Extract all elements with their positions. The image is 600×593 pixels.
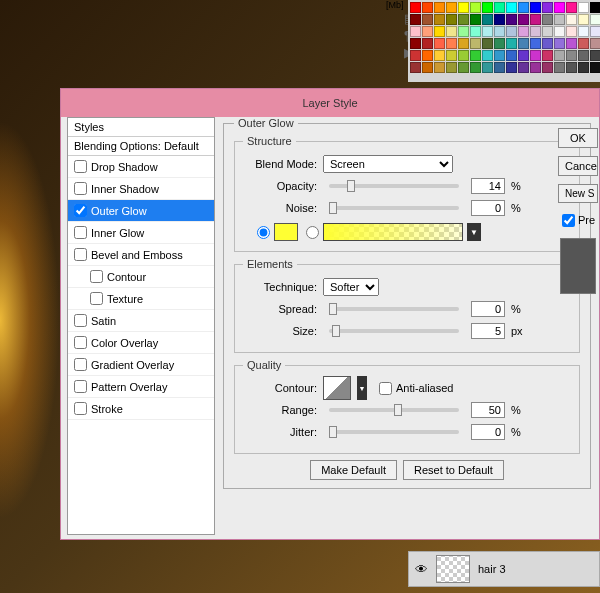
swatch-grid[interactable]	[410, 2, 600, 73]
color-swatch[interactable]	[446, 14, 457, 25]
color-swatch[interactable]	[530, 14, 541, 25]
color-swatch[interactable]	[542, 38, 553, 49]
opacity-input[interactable]	[471, 178, 505, 194]
color-swatch[interactable]	[590, 38, 600, 49]
color-swatch[interactable]	[518, 38, 529, 49]
style-checkbox[interactable]	[74, 182, 87, 195]
color-swatch[interactable]	[422, 14, 433, 25]
style-checkbox[interactable]	[74, 204, 87, 217]
color-swatch[interactable]	[434, 14, 445, 25]
color-swatch[interactable]	[470, 14, 481, 25]
style-checkbox[interactable]	[74, 358, 87, 371]
color-swatch[interactable]	[566, 26, 577, 37]
color-swatch[interactable]	[482, 2, 493, 13]
color-swatch[interactable]	[470, 50, 481, 61]
style-checkbox[interactable]	[74, 402, 87, 415]
color-swatch[interactable]	[530, 50, 541, 61]
style-checkbox[interactable]	[74, 160, 87, 173]
range-slider[interactable]	[329, 408, 459, 412]
style-row-pattern-overlay[interactable]: Pattern Overlay	[68, 376, 214, 398]
color-swatch[interactable]	[458, 14, 469, 25]
style-checkbox[interactable]	[74, 336, 87, 349]
color-swatch[interactable]	[422, 26, 433, 37]
color-swatch[interactable]	[482, 26, 493, 37]
styles-header[interactable]: Styles	[68, 118, 214, 137]
style-checkbox[interactable]	[74, 226, 87, 239]
color-swatch[interactable]	[494, 14, 505, 25]
color-swatch[interactable]	[530, 38, 541, 49]
color-swatch[interactable]	[566, 2, 577, 13]
color-swatch[interactable]	[542, 2, 553, 13]
color-swatch[interactable]	[482, 14, 493, 25]
color-swatch[interactable]	[542, 62, 553, 73]
gradient-preview[interactable]	[323, 223, 463, 241]
style-checkbox[interactable]	[74, 380, 87, 393]
color-swatch[interactable]	[566, 62, 577, 73]
ok-button[interactable]: OK	[558, 128, 598, 148]
jitter-slider[interactable]	[329, 430, 459, 434]
color-swatch[interactable]	[578, 14, 589, 25]
layer-row[interactable]: 👁 hair 3	[408, 551, 600, 587]
color-swatch[interactable]	[410, 50, 421, 61]
color-swatch[interactable]	[494, 62, 505, 73]
color-swatch[interactable]	[518, 26, 529, 37]
color-swatch[interactable]	[530, 2, 541, 13]
style-checkbox[interactable]	[74, 248, 87, 261]
color-swatch[interactable]	[494, 2, 505, 13]
gradient-radio[interactable]: ▼	[306, 223, 481, 241]
jitter-input[interactable]	[471, 424, 505, 440]
color-swatch[interactable]	[554, 2, 565, 13]
color-swatch[interactable]	[506, 14, 517, 25]
color-swatch[interactable]	[410, 62, 421, 73]
solid-color-radio[interactable]	[257, 223, 298, 241]
new-style-button[interactable]: New S	[558, 184, 598, 203]
color-swatch[interactable]	[506, 62, 517, 73]
color-swatch[interactable]	[590, 62, 600, 73]
style-row-texture[interactable]: Texture	[68, 288, 214, 310]
color-swatch[interactable]	[434, 2, 445, 13]
contour-preview[interactable]	[323, 376, 351, 400]
color-swatch[interactable]	[434, 62, 445, 73]
color-swatch[interactable]	[590, 2, 600, 13]
color-swatch[interactable]	[566, 38, 577, 49]
color-swatch[interactable]	[410, 2, 421, 13]
color-swatch[interactable]	[470, 38, 481, 49]
color-swatch[interactable]	[446, 2, 457, 13]
style-row-stroke[interactable]: Stroke	[68, 398, 214, 420]
color-swatch[interactable]	[530, 26, 541, 37]
color-swatch[interactable]	[458, 38, 469, 49]
color-swatch[interactable]	[410, 26, 421, 37]
color-swatch[interactable]	[542, 50, 553, 61]
color-swatch[interactable]	[470, 62, 481, 73]
color-swatch[interactable]	[542, 14, 553, 25]
blending-options-row[interactable]: Blending Options: Default	[68, 137, 214, 156]
anti-aliased-checkbox[interactable]: Anti-aliased	[379, 382, 453, 395]
color-swatch[interactable]	[566, 14, 577, 25]
style-checkbox[interactable]	[90, 270, 103, 283]
style-row-satin[interactable]: Satin	[68, 310, 214, 332]
cancel-button[interactable]: Cancel	[558, 156, 598, 176]
color-swatch[interactable]	[422, 38, 433, 49]
spread-slider[interactable]	[329, 307, 459, 311]
color-swatch[interactable]	[530, 62, 541, 73]
color-swatch[interactable]	[590, 50, 600, 61]
color-swatch[interactable]	[458, 2, 469, 13]
color-swatch[interactable]	[446, 26, 457, 37]
color-swatch[interactable]	[470, 26, 481, 37]
color-swatch[interactable]	[518, 62, 529, 73]
color-swatch[interactable]	[494, 26, 505, 37]
color-swatch[interactable]	[506, 50, 517, 61]
technique-select[interactable]: Softer	[323, 278, 379, 296]
color-swatch[interactable]	[434, 26, 445, 37]
color-swatch[interactable]	[458, 50, 469, 61]
color-swatch[interactable]	[446, 50, 457, 61]
color-swatch[interactable]	[518, 50, 529, 61]
style-row-inner-glow[interactable]: Inner Glow	[68, 222, 214, 244]
color-swatch[interactable]	[422, 62, 433, 73]
style-row-gradient-overlay[interactable]: Gradient Overlay	[68, 354, 214, 376]
color-swatch[interactable]	[458, 26, 469, 37]
style-row-drop-shadow[interactable]: Drop Shadow	[68, 156, 214, 178]
color-swatch[interactable]	[422, 2, 433, 13]
opacity-slider[interactable]	[329, 184, 459, 188]
color-swatch[interactable]	[518, 2, 529, 13]
